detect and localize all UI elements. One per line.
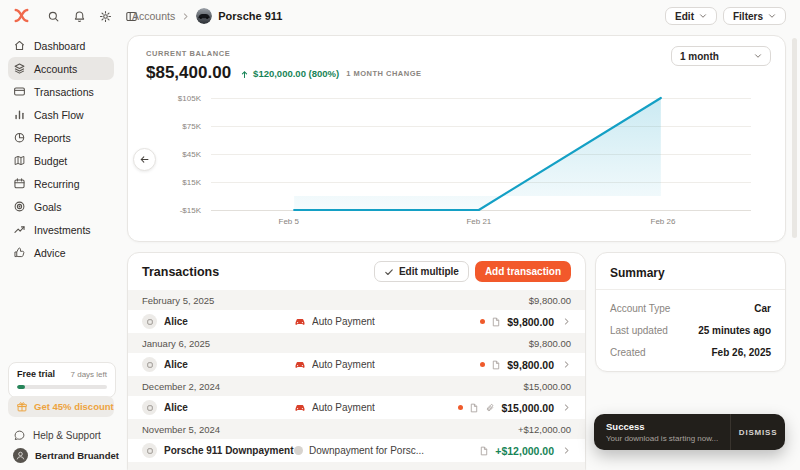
balance-chart-card: CURRENT BALANCE $85,400.00 $120,000.00 (… [127,35,786,242]
transaction-row[interactable]: Alice Auto Payment $9,800.00 [128,310,585,333]
transaction-amount: $9,800.00 [507,359,554,371]
summary-card: Summary Account Type Car Last updated 25… [595,252,786,372]
svg-text:$75K: $75K [182,122,201,131]
sidebar-item-investments[interactable]: Investments [8,218,114,241]
discount-label: Get 45% discount [34,401,114,412]
change-period-label: 1 MONTH CHANGE [346,69,421,78]
home-icon [13,39,26,52]
date-group-header [128,462,585,470]
group-total: $15,000.00 [523,381,571,392]
sidebar-item-recurring[interactable]: Recurring [8,172,114,195]
flag-dot-icon [480,362,485,367]
user-avatar [13,448,28,463]
transactions-title: Transactions [142,265,374,279]
balance-amount: $85,400.00 [146,63,231,83]
settings-button[interactable] [96,7,115,25]
toast-title: Success [606,421,718,432]
filters-button-label: Filters [733,11,763,22]
app-logo-icon[interactable] [13,7,30,24]
discount-banner[interactable]: Get 45% discount [8,396,114,417]
top-icon-group [44,7,141,25]
account-car-avatar [196,8,212,24]
success-toast: Success Your download is starting now...… [594,414,785,450]
group-date: December 2, 2024 [142,381,220,392]
sidebar-item-label: Dashboard [34,40,85,52]
sidebar-item-advice[interactable]: Advice [8,241,114,264]
add-transaction-button[interactable]: Add transaction [475,261,571,282]
transaction-row[interactable]: Alice Auto Payment $15,000.00 [128,396,585,419]
date-group-header: January 6, 2025 $9,800.00 [128,333,585,353]
arrow-up-icon [240,70,249,79]
trending-up-icon [13,223,26,236]
sidebar-item-label: Goals [34,201,61,213]
transaction-row[interactable]: Alice Auto Payment $9,800.00 [128,353,585,376]
notifications-button[interactable] [70,7,89,25]
summary-row: Account Type Car [610,297,771,319]
sidebar-item-accounts[interactable]: Accounts [8,57,114,80]
summary-row: Last updated 25 minutes ago [610,319,771,341]
flag-dot-icon [458,405,463,410]
search-button[interactable] [44,7,63,25]
back-button[interactable] [133,148,156,171]
edit-button[interactable]: Edit [665,7,717,25]
trial-days-left: 7 days left [71,370,107,379]
svg-text:-$15K: -$15K [180,206,202,215]
help-support-link[interactable]: Help & Support [8,424,124,446]
sidebar-item-goals[interactable]: Goals [8,195,114,218]
chevron-down-icon [768,12,776,20]
user-menu[interactable]: Bertrand Bruandet [8,444,124,466]
help-support-label: Help & Support [33,430,101,441]
category-dot-icon [294,446,303,455]
transaction-name: Alice [164,359,188,370]
sidebar-item-label: Transactions [34,86,94,98]
svg-text:$15K: $15K [182,178,201,187]
summary-value: Feb 26, 2025 [712,347,771,358]
sidebar-item-reports[interactable]: Reports [8,126,114,149]
summary-row: Created Feb 26, 2025 [610,341,771,363]
edit-multiple-button[interactable]: Edit multiple [374,261,469,282]
transaction-amount: $15,000.00 [501,402,554,414]
sidebar-item-cash-flow[interactable]: Cash Flow [8,103,114,126]
credit-card-icon [13,85,26,98]
period-select[interactable]: 1 month [671,46,771,66]
breadcrumb-accounts-link[interactable]: Accounts [132,10,175,22]
date-group-header: December 2, 2024 $15,000.00 [128,376,585,396]
transaction-row[interactable]: Porsche 911 Downpayment Downpayment for … [128,439,585,462]
chevron-right-icon [181,12,190,21]
filters-button[interactable]: Filters [723,7,786,25]
sidebar-item-budget[interactable]: Budget [8,149,114,172]
balance-label: CURRENT BALANCE [146,49,422,58]
car-icon [294,316,306,328]
check-icon [384,267,394,277]
transactions-card: Transactions Edit multiple Add transacti… [127,252,586,470]
arrow-left-icon [139,154,150,165]
sidebar-item-transactions[interactable]: Transactions [8,80,114,103]
scrollbar[interactable] [792,38,797,238]
search-icon [47,10,60,23]
chevron-right-icon [562,403,571,412]
change-amount: $120,000.00 (800%) [253,68,339,79]
summary-title: Summary [596,253,785,289]
summary-value: 25 minutes ago [698,325,771,336]
group-total: $9,800.00 [529,338,571,349]
pie-chart-icon [13,131,26,144]
flag-dot-icon [480,319,485,324]
thumbs-up-icon [13,246,26,259]
breadcrumb: Accounts Porsche 911 [132,8,282,24]
toast-dismiss-button[interactable]: DISMISS [730,414,785,450]
trial-title: Free trial [17,369,55,379]
layers-icon [13,62,26,75]
sidebar-item-dashboard[interactable]: Dashboard [8,34,114,57]
balance-change: $120,000.00 (800%) 1 MONTH CHANGE [240,68,421,79]
svg-text:Feb 26: Feb 26 [651,217,676,226]
car-icon [294,402,306,414]
summary-value: Car [754,303,771,314]
document-icon [491,360,501,370]
chevron-right-icon [562,317,571,326]
car-icon [294,359,306,371]
bell-icon [73,10,86,23]
svg-text:$105K: $105K [178,94,202,103]
transaction-category: Auto Payment [312,359,375,370]
balance-chart: $105K$75K$45K$15K-$15KFeb 5Feb 21Feb 26 [146,89,776,229]
chat-bubble-icon [13,429,26,442]
